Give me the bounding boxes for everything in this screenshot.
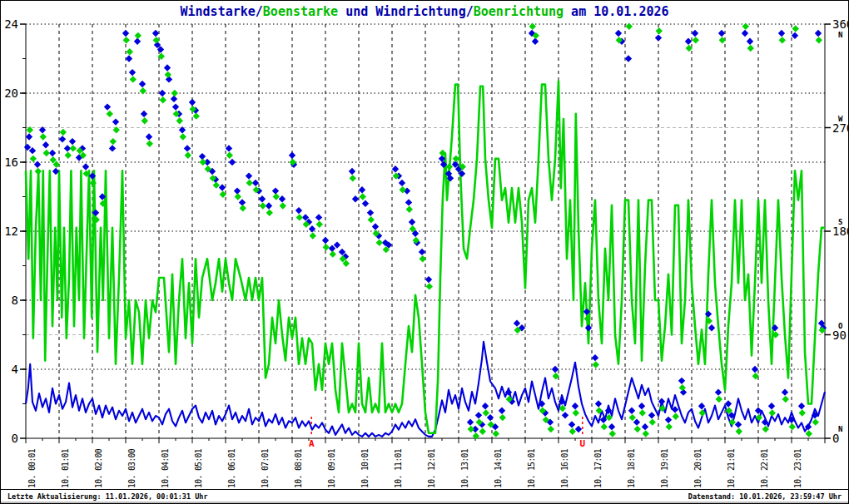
direction-diamond — [24, 144, 31, 151]
direction-diamond — [146, 141, 153, 147]
direction-diamond — [592, 354, 598, 361]
direction-diamond — [639, 409, 646, 416]
direction-diamond — [59, 136, 66, 142]
left-tick-label: 4 — [12, 363, 18, 376]
direction-diamond — [29, 147, 36, 154]
direction-diamond — [643, 430, 649, 437]
direction-diamond — [718, 30, 725, 37]
direction-diamond — [678, 378, 685, 384]
last-update-text: Letzte Aktualisierung: 11.01.2026, 00:01… — [7, 492, 208, 501]
direction-diamond — [816, 37, 822, 43]
direction-diamond — [368, 216, 375, 223]
direction-diamond — [569, 428, 576, 435]
direction-diamond — [330, 250, 336, 257]
direction-diamond — [769, 409, 776, 416]
x-tick-label: 10. 17:01 — [593, 448, 603, 488]
direction-diamond — [123, 37, 130, 43]
right-tick-label: 0 — [832, 432, 839, 445]
x-tick-label: 10. 06:01 — [227, 448, 236, 488]
direction-diamond — [199, 153, 206, 160]
x-tick-label: 10. 19:01 — [660, 448, 669, 488]
direction-diamond — [649, 418, 656, 425]
direction-diamond — [367, 210, 374, 216]
direction-diamond — [585, 324, 592, 331]
direction-diamond — [483, 409, 489, 416]
x-tick-label: 10. 10:01 — [360, 448, 370, 488]
direction-diamond — [273, 193, 280, 200]
direction-diamond — [140, 87, 146, 94]
direction-diamond — [425, 276, 432, 283]
right-tick-label: 360 — [832, 17, 849, 31]
right-tick-label: 180 — [832, 225, 849, 238]
direction-diamond — [160, 96, 166, 103]
direction-diamond — [752, 366, 758, 373]
direction-diamond — [625, 55, 632, 62]
direction-diamond — [573, 409, 579, 416]
direction-diamond — [426, 283, 433, 289]
direction-diamond — [152, 30, 159, 37]
direction-diamond — [322, 237, 329, 244]
x-tick-label: 10. 15:01 — [527, 448, 536, 488]
direction-diamond — [164, 64, 171, 71]
direction-diamond — [601, 423, 608, 430]
left-tick-label: 20 — [4, 86, 18, 100]
direction-diamond — [479, 428, 486, 435]
direction-diamond — [392, 166, 399, 172]
direction-diamond — [266, 210, 273, 216]
direction-diamond — [172, 103, 179, 110]
direction-diamond — [110, 138, 117, 145]
direction-diamond — [747, 38, 753, 45]
direction-diamond — [360, 193, 366, 200]
direction-diamond — [40, 133, 47, 140]
grid-layer — [26, 24, 825, 438]
x-tick-label: 10. 03:00 — [127, 448, 137, 488]
data-state-text: Datenstand: 10.01.2026, 23:59:47 Uhr — [688, 492, 842, 501]
direction-diamond — [792, 32, 798, 39]
direction-diamond — [226, 152, 233, 159]
direction-diamond — [499, 414, 506, 421]
title-boenrichtung: Boenrichtung — [474, 4, 564, 19]
direction-diamond — [49, 150, 56, 156]
direction-diamond — [779, 37, 786, 43]
direction-diamond — [246, 180, 253, 186]
left-tick-label: 16 — [4, 156, 18, 169]
direction-diamond — [349, 168, 355, 175]
direction-diamond — [789, 423, 796, 430]
direction-diamond — [679, 384, 686, 391]
direction-diamond — [185, 152, 191, 159]
direction-diamond — [42, 141, 49, 148]
direction-diamond — [295, 207, 302, 214]
direction-diamond — [609, 430, 616, 437]
direction-diamond — [329, 245, 335, 252]
direction-diamond — [234, 187, 241, 194]
direction-diamond — [219, 184, 226, 190]
x-tick-label: 10. 12:01 — [427, 448, 436, 488]
direction-diamond — [778, 30, 785, 37]
direction-diamond — [815, 30, 822, 37]
direction-diamond — [475, 412, 482, 418]
direction-diamond — [792, 25, 799, 32]
direction-diamond — [180, 133, 186, 140]
direction-diamond — [693, 37, 699, 43]
direction-diamond — [453, 156, 459, 162]
direction-diamond — [126, 55, 132, 62]
x-tick-label: 10. 09:01 — [327, 448, 336, 488]
direction-diamond — [634, 426, 641, 432]
direction-diamond — [134, 38, 141, 45]
direction-diamond — [272, 187, 279, 194]
direction-diamond — [468, 426, 474, 432]
direction-diamond — [658, 398, 665, 405]
direction-diamond — [43, 150, 50, 156]
x-tick-label: 10. 00:01 — [27, 448, 37, 488]
direction-diamond — [575, 426, 582, 432]
direction-diamond — [34, 161, 41, 168]
title-slash-1: / — [256, 4, 263, 19]
direction-diamond — [409, 219, 415, 225]
title-windstarke: Windstarke — [180, 4, 255, 19]
direction-diamond — [642, 423, 648, 430]
direction-diamond — [482, 403, 489, 409]
direction-diamond — [315, 214, 322, 220]
sun-marker-letter: U — [579, 438, 585, 449]
direction-diamond — [572, 403, 578, 409]
direction-diamond — [655, 34, 662, 41]
